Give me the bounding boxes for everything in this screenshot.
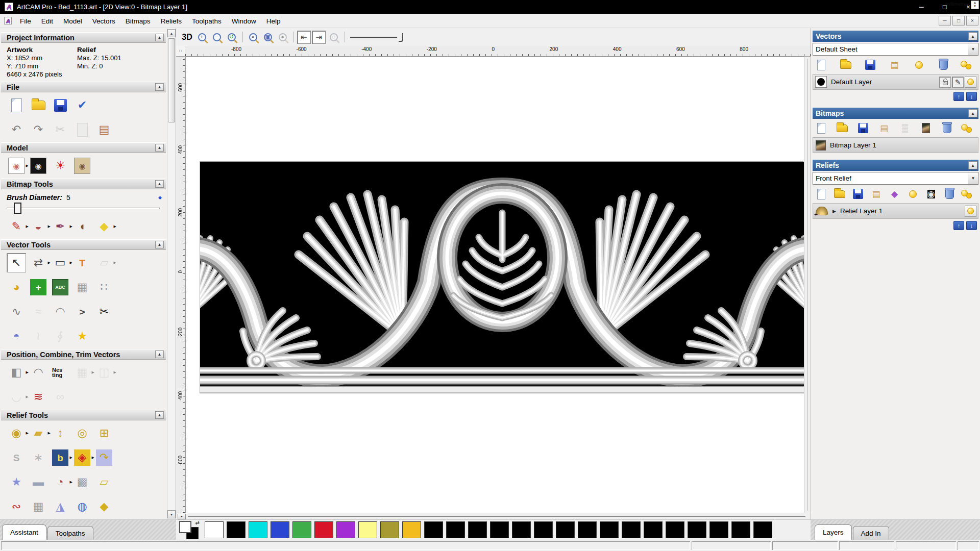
cut[interactable]: ✂ [51,120,70,139]
drawing-canvas[interactable] [185,57,804,513]
scroll-up-icon[interactable]: ▲ [167,29,176,37]
zoom-out[interactable]: − [210,31,224,44]
menu-item-bitmaps[interactable]: Bitmaps [120,15,156,27]
join-vectors[interactable]: > [72,302,92,321]
ruler-origin-icon[interactable]: ∷ [176,46,185,56]
toggle-all-vector-layers[interactable] [961,58,974,71]
relief-from-image[interactable]: b [51,448,70,467]
constant-height-relief[interactable]: ▬ [29,472,48,492]
relief-layer-row[interactable]: ▶ Relief Layer 1 [813,203,978,219]
scroll-down-icon[interactable]: ▼ [167,510,176,518]
select-vectors[interactable]: ↖ [7,253,26,272]
nesting[interactable]: Nes ting [51,363,70,382]
layer-up-button[interactable]: ↑ [953,92,964,101]
collapse-icon[interactable]: ▲ [968,161,977,169]
open-model[interactable] [29,95,48,115]
relief-visibility-button[interactable] [965,206,976,217]
relief-clipart[interactable]: ◉ [7,423,26,443]
create-polyline[interactable]: ∿ [7,302,26,321]
layer-colour-swatch[interactable] [815,76,827,88]
bitmap-layer-row[interactable]: Bitmap Layer 1 [813,137,978,153]
copy[interactable] [72,120,92,139]
open-relief-file[interactable] [833,187,846,201]
texture-knot[interactable]: ∗ [29,448,48,467]
stack-relief[interactable]: ◆ [888,187,901,201]
layer-down-button[interactable]: ↓ [966,92,977,101]
scrollbar-track[interactable] [188,516,805,517]
create-rectangle[interactable]: ▭ [51,253,70,272]
palette-swatch-000000[interactable] [556,521,575,538]
delete-bitmap-layer[interactable] [940,121,953,135]
palette-swatch-000000[interactable] [688,521,706,538]
zoom-in[interactable]: + [195,31,209,44]
wrap-relief[interactable]: ↷ [94,448,114,467]
fluting[interactable]: ≋ [29,387,48,407]
vector-layer-bulb[interactable] [912,58,925,71]
save-relief-layer[interactable] [851,187,865,201]
save-bitmap-layer[interactable] [856,121,870,135]
align-objects[interactable]: ◧ [7,363,26,382]
palette-swatch-2b46d0[interactable] [271,521,289,538]
open-vector-file[interactable] [839,58,852,71]
collapse-icon[interactable]: ▲ [155,34,164,41]
zoom-previous[interactable]: ↺ [225,31,238,44]
menu-item-toolpaths[interactable]: Toolpaths [187,15,227,27]
delete-vector-layer[interactable] [937,58,950,71]
palette-swatch-000000[interactable] [446,521,465,538]
smooth-relief[interactable]: S [7,448,26,467]
new-relief-layer[interactable] [815,187,828,201]
palette-swatch-f2bc1e[interactable] [402,521,421,538]
palette-swatch-000000[interactable] [709,521,728,538]
ruler-unit-spinner[interactable]: ▲▼ [971,1,979,9]
free-sketch[interactable]: ≈ [29,302,48,321]
chevron-down-icon[interactable]: ▼ [968,172,978,184]
palette-swatch-a89a32[interactable] [380,521,399,538]
swap-colours-icon[interactable]: ⇄ [195,520,200,525]
layer-visibility-button[interactable] [965,77,976,88]
bitmap-preview[interactable] [919,121,933,135]
create-arc[interactable]: ◠ [51,302,70,321]
palette-swatch-000000[interactable] [731,521,750,538]
delete-relief-layer[interactable] [943,187,956,201]
offset-relief-layer[interactable]: ▱ [94,472,114,492]
merge-bitmap-layers[interactable]: ▤ [877,121,891,135]
palette-swatch-a32cd4[interactable] [336,521,355,538]
collapse-icon[interactable]: ▲ [155,241,164,248]
snap-to-objects[interactable]: ⇥ [312,31,326,44]
zoom-object[interactable]: ● [276,31,289,44]
collapse-icon[interactable]: ▲ [155,180,164,188]
new-bitmap-layer[interactable] [815,121,828,135]
palette-tool[interactable]: ◖ [72,217,92,236]
texture-relief[interactable]: ▩ [72,472,92,492]
transform-vectors[interactable]: ⇄ [29,253,48,272]
zoom-box[interactable]: ▫ [246,31,260,44]
collapse-icon[interactable]: ▲ [155,144,164,152]
create-point-pattern[interactable]: ∷ [94,278,114,297]
measure-tool[interactable]: ◕ [7,278,26,297]
paint-tool[interactable]: ✎ [7,217,26,236]
two-rail-sweep[interactable]: ◔ [51,472,70,492]
tab-layers[interactable]: Layers [815,524,852,540]
palette-swatch-00e0e0[interactable] [249,521,267,538]
paste-along-curve[interactable]: ABC [51,278,70,297]
tab-add-in[interactable]: Add In [853,526,889,540]
vector-layer-row[interactable]: Default Layer ✎ [813,74,978,90]
slider-thumb[interactable] [14,203,21,214]
fit-vectors-mesh[interactable]: ▦ [72,278,92,297]
zoom-drawing[interactable]: ▣ [261,31,275,44]
brush-diameter-slider[interactable] [7,203,160,214]
merge-vector-layers[interactable]: ▤ [888,58,901,71]
open-bitmap-file[interactable] [836,121,849,135]
menu-item-window[interactable]: Window [227,15,261,27]
fit-arcs[interactable]: ≀ [29,327,48,346]
shape-editor[interactable]: ▰ [29,423,48,443]
child-close-button[interactable]: × [966,16,978,26]
create-shape[interactable]: ★ [7,472,26,492]
trim-vectors[interactable]: ◡ [7,387,26,407]
palette-swatch-000000[interactable] [227,521,246,538]
collapse-icon[interactable]: ▲ [968,32,977,40]
wrap-text-round-curve[interactable]: ◠ [29,363,48,382]
palette-swatch-3fae4a[interactable] [292,521,311,538]
split-relief[interactable]: ◆ [94,497,114,516]
palette-swatch-000000[interactable] [424,521,443,538]
